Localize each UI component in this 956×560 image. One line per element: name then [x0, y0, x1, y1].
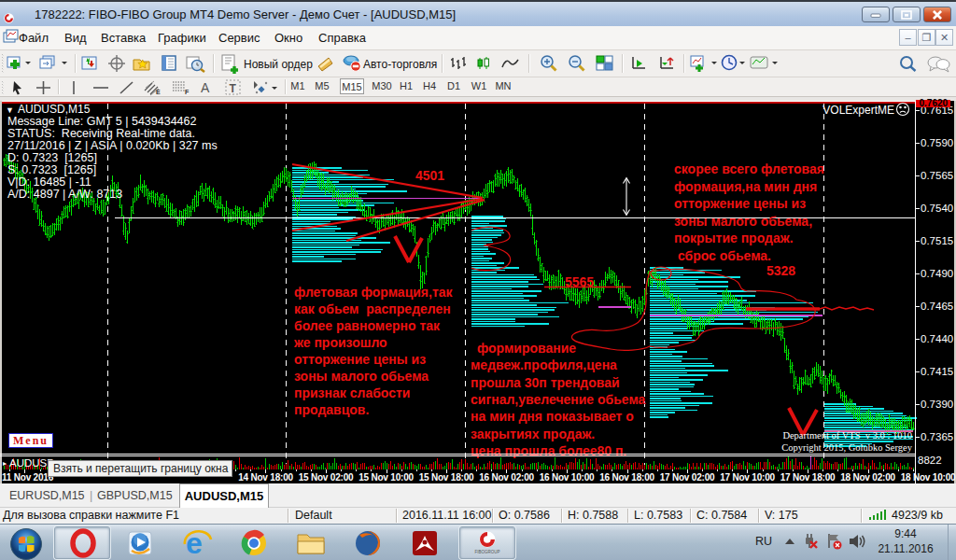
svg-text:отторжение цены из: отторжение цены из [674, 196, 806, 211]
svg-text:формирование: формирование [477, 341, 576, 356]
svg-text:18 Nov 10:00: 18 Nov 10:00 [901, 472, 956, 483]
svg-text:15 Nov 18:00: 15 Nov 18:00 [419, 472, 474, 483]
svg-text:▼: ▼ [6, 105, 14, 115]
svg-text:прошла 30п трендовай: прошла 30п трендовай [471, 375, 620, 390]
svg-text:S: 0.7323 [1265]: S: 0.7323 [1265] [7, 163, 96, 176]
svg-text:5328: 5328 [766, 263, 795, 278]
svg-text:17 Nov 18:00: 17 Nov 18:00 [780, 472, 836, 483]
svg-text:8822: 8822 [918, 455, 942, 466]
svg-text:AUDUSD,M15: AUDUSD,M15 [18, 103, 91, 116]
svg-text:▸: ▸ [3, 459, 7, 468]
svg-text:15 Nov 02:00: 15 Nov 02:00 [299, 472, 354, 483]
svg-text:более равномерно так: более равномерно так [294, 318, 441, 333]
svg-text:FIBOGROUP: FIBOGROUP [474, 550, 499, 554]
svg-text:скорее всего флетовая: скорее всего флетовая [674, 161, 824, 176]
svg-text:Department of VTS v 3.0 : 101: Department of VTS v 3.0 : 1010 [782, 430, 912, 441]
svg-text:14 Nov 18:00: 14 Nov 18:00 [238, 472, 293, 483]
svg-text:27/11/2016 | Z | ASIA | 0.020K: 27/11/2016 | Z | ASIA | 0.020Kb | 327 ms [7, 139, 218, 152]
svg-text:продавцов.: продавцов. [294, 402, 369, 417]
svg-text:0.7540: 0.7540 [921, 203, 953, 214]
svg-text:4501: 4501 [415, 168, 444, 183]
svg-text:VOLExpertME: VOLExpertME [822, 104, 894, 117]
svg-text:0.7390: 0.7390 [921, 399, 953, 410]
svg-text:0.7565: 0.7565 [921, 170, 953, 181]
svg-text:зоны малого обьема,: зоны малого обьема, [674, 214, 812, 229]
svg-text:A: A [201, 80, 210, 95]
svg-text:закрытиях продаж.: закрытиях продаж. [471, 427, 595, 441]
svg-text:Message Line: GMT 5 | 54394344: Message Line: GMT 5 | 5439434462 [7, 115, 197, 128]
svg-text:15 Nov 10:00: 15 Nov 10:00 [358, 472, 414, 483]
svg-text:признак слабости: признак слабости [294, 385, 410, 400]
svg-text:18 Nov 02:00: 18 Nov 02:00 [840, 472, 895, 483]
svg-text:0.7465: 0.7465 [921, 301, 953, 312]
svg-text:11 Nov 2016: 11 Nov 2016 [2, 472, 54, 483]
svg-text:0.7515: 0.7515 [921, 235, 953, 246]
svg-text:16 Nov 10:00: 16 Nov 10:00 [540, 472, 595, 483]
svg-text:17 Nov 02:00: 17 Nov 02:00 [660, 472, 715, 483]
svg-text:зоны малого обьема: зоны малого обьема [294, 369, 429, 384]
svg-text:0.7415: 0.7415 [921, 366, 953, 377]
svg-text:0.7440: 0.7440 [921, 333, 953, 344]
svg-text:E: E [156, 89, 161, 95]
svg-text:D: 0.7323 [1265]: D: 0.7323 [1265] [7, 151, 97, 164]
svg-text:медвеж.профиля,цена: медвеж.профиля,цена [471, 357, 617, 372]
svg-text:покрытие продаж.: покрытие продаж. [674, 231, 794, 245]
svg-text:Copyright 2015, Golubko Sergey: Copyright 2015, Golubko Sergey [781, 442, 913, 453]
svg-text:0.7620: 0.7620 [920, 98, 949, 108]
svg-text:A/D: 4897 | A/W: 8713: A/D: 4897 | A/W: 8713 [7, 188, 122, 201]
svg-text:17 Nov 10:00: 17 Nov 10:00 [720, 472, 775, 483]
svg-text:16 Nov 18:00: 16 Nov 18:00 [599, 472, 654, 483]
svg-text:флетовая формация,так: флетовая формация,так [294, 285, 454, 300]
svg-text:сигнал,увелечение обьема: сигнал,увелечение обьема [471, 392, 646, 407]
svg-text:0.7365: 0.7365 [921, 431, 953, 442]
svg-text:как обьем распределен: как обьем распределен [294, 301, 451, 316]
svg-text:V|D: 16485 | -11: V|D: 16485 | -11 [7, 175, 91, 189]
svg-text:5565: 5565 [565, 274, 594, 289]
svg-text:формация,на мин дня: формация,на мин дня [674, 179, 817, 194]
svg-text:STATUS: Receiving Real-time d: STATUS: Receiving Real-time data. [7, 127, 195, 140]
svg-text:F: F [185, 89, 190, 95]
svg-text:сброс обьема.: сброс обьема. [674, 248, 771, 263]
svg-text:отторжение цены из: отторжение цены из [294, 352, 426, 367]
svg-text:T: T [230, 82, 237, 95]
svg-text:0.7590: 0.7590 [921, 137, 953, 148]
svg-text:же произошло: же произошло [293, 335, 387, 350]
svg-text:на мин дня показывает о: на мин дня показывает о [471, 409, 634, 424]
svg-text:16 Nov 02:00: 16 Nov 02:00 [479, 472, 534, 483]
svg-text:0.7490: 0.7490 [921, 268, 953, 279]
